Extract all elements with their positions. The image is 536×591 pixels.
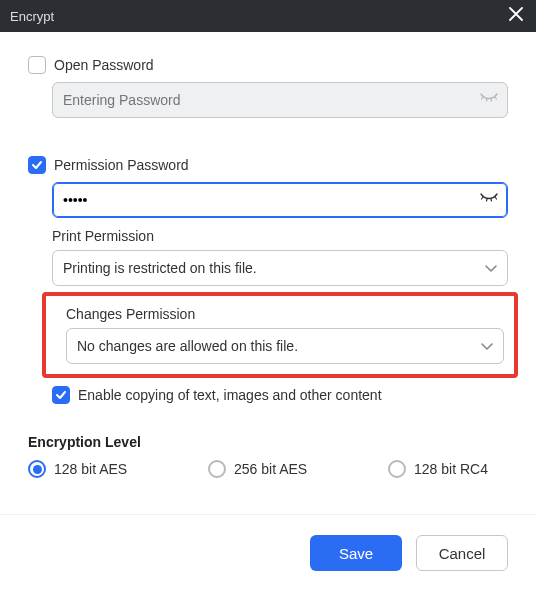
- enable-copy-row: Enable copying of text, images and other…: [52, 386, 508, 404]
- print-permission-value: Printing is restricted on this file.: [63, 260, 257, 276]
- open-password-input[interactable]: [52, 82, 508, 118]
- permission-password-row: Permission Password: [28, 156, 508, 174]
- cancel-button[interactable]: Cancel: [416, 535, 508, 571]
- close-icon[interactable]: [506, 7, 526, 25]
- radio-label: 128 bit RC4: [414, 461, 488, 477]
- open-password-checkbox[interactable]: [28, 56, 46, 74]
- radio-128-rc4[interactable]: 128 bit RC4: [388, 460, 488, 478]
- dialog-content: Open Password Permission Password Print …: [0, 32, 536, 478]
- open-password-row: Open Password: [28, 56, 508, 74]
- eye-hidden-icon[interactable]: [480, 192, 498, 208]
- radio-256-aes[interactable]: 256 bit AES: [208, 460, 388, 478]
- print-permission-label: Print Permission: [52, 228, 508, 244]
- enable-copy-label: Enable copying of text, images and other…: [78, 387, 382, 403]
- chevron-down-icon: [481, 338, 493, 354]
- permission-password-field-wrap: Print Permission Printing is restricted …: [52, 182, 508, 286]
- radio-label: 256 bit AES: [234, 461, 307, 477]
- permission-password-checkbox[interactable]: [28, 156, 46, 174]
- dialog-footer: Save Cancel: [310, 535, 508, 571]
- changes-permission-select[interactable]: No changes are allowed on this file.: [66, 328, 504, 364]
- chevron-down-icon: [485, 260, 497, 276]
- titlebar: Encrypt: [0, 0, 536, 32]
- radio-icon: [208, 460, 226, 478]
- radio-label: 128 bit AES: [54, 461, 127, 477]
- save-button[interactable]: Save: [310, 535, 402, 571]
- enable-copy-checkbox[interactable]: [52, 386, 70, 404]
- encryption-level-group: 128 bit AES 256 bit AES 128 bit RC4: [28, 460, 508, 478]
- eye-hidden-icon[interactable]: [480, 92, 498, 108]
- changes-permission-label: Changes Permission: [66, 306, 504, 322]
- open-password-label: Open Password: [54, 57, 154, 73]
- changes-permission-value: No changes are allowed on this file.: [77, 338, 298, 354]
- changes-permission-highlight: Changes Permission No changes are allowe…: [42, 292, 518, 378]
- open-password-field-wrap: [52, 82, 508, 118]
- print-permission-select[interactable]: Printing is restricted on this file.: [52, 250, 508, 286]
- permission-password-input[interactable]: [52, 182, 508, 218]
- radio-128-aes[interactable]: 128 bit AES: [28, 460, 208, 478]
- radio-icon: [28, 460, 46, 478]
- footer-separator: [0, 514, 536, 515]
- radio-icon: [388, 460, 406, 478]
- permission-password-label: Permission Password: [54, 157, 189, 173]
- window-title: Encrypt: [10, 9, 54, 24]
- encryption-level-label: Encryption Level: [28, 434, 508, 450]
